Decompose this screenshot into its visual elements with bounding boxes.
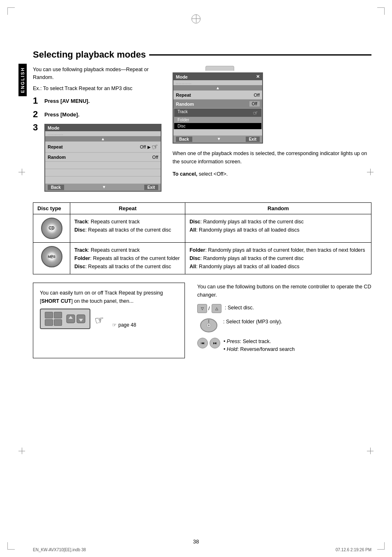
lcd-empty-row-1	[45, 162, 161, 169]
lcd-arrow-2: ▼	[217, 137, 221, 142]
lcd-option-disc: Disc	[174, 123, 261, 129]
shortcut-bold: SHORT CUT	[41, 298, 71, 304]
cd-repeat-cell: Track: Repeats current track Disc: Repea…	[70, 214, 185, 243]
cd-track-label: Track	[74, 219, 88, 225]
intro-text2: Ex.: To select Track Repeat for an MP3 d…	[33, 85, 164, 93]
cd-repeat-track: Track: Repeats current track	[74, 218, 181, 226]
cd-random-all-label: All	[189, 227, 196, 233]
lcd-back-btn-1[interactable]: Back	[48, 185, 64, 190]
cancel-value: select <Off>.	[199, 171, 228, 177]
step-3: 3 Mode ........... ▲ Repeat Off ▶	[33, 122, 164, 192]
lcd-row-repeat-2: Repeat Off	[173, 91, 262, 100]
language-tab: ENGLISH	[18, 64, 27, 96]
lcd-back-btn-2[interactable]: Back	[176, 137, 192, 142]
remote-btn-grid	[45, 312, 62, 326]
lcd-option-list: Track ☞ Folder Disc	[173, 109, 262, 129]
cd-disc-repeat-desc: Repeats all tracks of the current disc	[88, 227, 171, 233]
lcd-title-1: Mode	[48, 125, 60, 130]
lcd-option-off: Off	[249, 101, 260, 107]
lcd-repeat-label: Repeat	[48, 144, 76, 149]
cd-disc-image: CD	[37, 218, 66, 239]
screen2-wrapper: Mode ✕ ........... ▲ Repeat Off Random	[173, 66, 371, 144]
hold-italic: Hold	[227, 346, 238, 352]
step-1-number: 1	[33, 95, 44, 106]
press-italic: Press	[227, 339, 240, 344]
mp3-random-cell: Folder: Randomly plays all tracks of cur…	[185, 243, 371, 274]
cd-disc-cell: CD	[33, 214, 70, 243]
info-text: When one of the playback modes is select…	[173, 149, 371, 166]
disc-btn-pair: ▽ / △	[197, 304, 221, 313]
remote-row-disc: ▽ / △ : Select disc.	[197, 304, 371, 313]
step-3-screen: Mode ........... ▲ Repeat Off ▶ ☞	[44, 122, 161, 192]
tri-btn-down: ▽	[197, 304, 207, 313]
step-3-number: 3	[33, 122, 44, 133]
remote-btn-1	[45, 312, 53, 318]
remote-buttons-graphic	[40, 309, 90, 329]
page-number: 38	[193, 538, 199, 545]
table-section: Disc type Repeat Random CD	[33, 202, 371, 274]
corner-mark-bl	[7, 542, 15, 550]
intro-left: You can use following playback modes—Rep…	[33, 66, 164, 194]
remote-btn-3	[45, 319, 53, 326]
remote-arrow-icon	[66, 314, 75, 323]
table-header-random: Random	[185, 203, 371, 214]
remote-intro: You can use the following buttons on the…	[197, 283, 371, 299]
lcd-random-label-2: Random	[176, 102, 205, 107]
mp3-disc-image: MP3	[37, 246, 66, 267]
cd-label: CD	[48, 225, 54, 232]
cancel-text: To cancel, select <Off>.	[173, 170, 371, 178]
remote-row-track: ⏮ ⏭ • Press: Select track. • Hold: Rever…	[197, 338, 371, 353]
mp3-random-all: All: Randomly plays all tracks of all lo…	[189, 262, 367, 271]
crosshair-left-2	[18, 448, 25, 454]
track-desc: • Press: Select track. • Hold: Reverse/f…	[224, 338, 371, 353]
cd-random-cell: Disc: Randomly plays all tracks of the c…	[185, 214, 371, 243]
lcd-dots-1: ...........	[45, 131, 161, 136]
cd-disc-repeat-label: Disc	[74, 227, 85, 233]
cd-repeat-disc: Disc: Repeats all tracks of the current …	[74, 226, 181, 234]
track-hold-desc: • Hold: Reverse/forward search	[224, 346, 371, 353]
cd-random-disc-label: Disc	[189, 219, 200, 225]
folder-dial-svg	[200, 318, 218, 333]
file-info-right: 07.12.6 2:19:26 PM	[336, 548, 371, 552]
mp3-track-label: Track	[74, 247, 88, 253]
step-2-number: 2	[33, 109, 44, 120]
cancel-bold: To cancel,	[173, 171, 197, 177]
lcd-title-bar-2: Mode ✕	[173, 73, 262, 80]
remote-btn-4	[54, 319, 62, 326]
page-title: Selecting playback modes	[33, 49, 371, 60]
track-btn-icon: ⏮ ⏭	[197, 338, 220, 348]
shortcut-text: You can easily turn on or off Track Repe…	[40, 289, 178, 305]
lcd-repeat-label-2: Repeat	[176, 93, 205, 97]
track-btn-pair: ⏮ ⏭	[197, 338, 220, 348]
lcd-option-track-label: Track	[178, 109, 188, 116]
table-header-disc: Disc type	[33, 203, 70, 214]
mp3-disc-icon: MP3	[41, 246, 62, 267]
crosshair-left-1	[18, 169, 25, 175]
lcd-close-icon[interactable]: ✕	[256, 74, 260, 79]
lcd-screen-2: Mode ✕ ........... ▲ Repeat Off Random	[173, 72, 263, 144]
lcd-exit-btn-1[interactable]: Exit	[144, 185, 158, 190]
lcd-option-folder-label: Folder	[178, 118, 189, 122]
mp3-random-disc: Disc: Randomly plays all tracks of the c…	[189, 254, 367, 262]
mp3-disc-repeat-desc: Repeats all tracks of the current disc	[88, 264, 171, 269]
lcd-exit-btn-2[interactable]: Exit	[246, 137, 260, 142]
cd-track-desc: Repeats current track	[91, 219, 140, 225]
lcd-row-repeat: Repeat Off ▶ ☞	[45, 142, 161, 153]
lcd-option-track: Track ☞	[174, 109, 261, 117]
lcd-title-2: Mode	[176, 74, 188, 79]
lcd-options: Off	[249, 101, 260, 107]
lcd-row-random: Random Off	[45, 153, 161, 162]
mp3-repeat-track: Track: Repeats current track	[74, 246, 181, 254]
hand-cursor-1: ☞	[150, 142, 159, 152]
intro-right: Mode ✕ ........... ▲ Repeat Off Random	[173, 66, 371, 194]
remote-row-folder: : Select folder (MP3 only).	[197, 318, 371, 333]
lcd-repeat-arrow: ▶	[148, 145, 151, 149]
main-content: Selecting playback modes You can use fol…	[33, 49, 371, 532]
mp3-random-disc-label: Disc	[189, 255, 200, 261]
mp3-random-folder: Folder: Randomly plays all tracks of cur…	[189, 246, 367, 254]
lcd-row-random-2: Random Off	[173, 100, 262, 109]
mp3-folder-desc: Repeats all tracks of the current folder	[93, 255, 180, 261]
svg-point-6	[208, 325, 210, 326]
intro-section: You can use following playback modes—Rep…	[33, 66, 371, 194]
lcd-scroll-up-2: ▲	[173, 85, 262, 91]
